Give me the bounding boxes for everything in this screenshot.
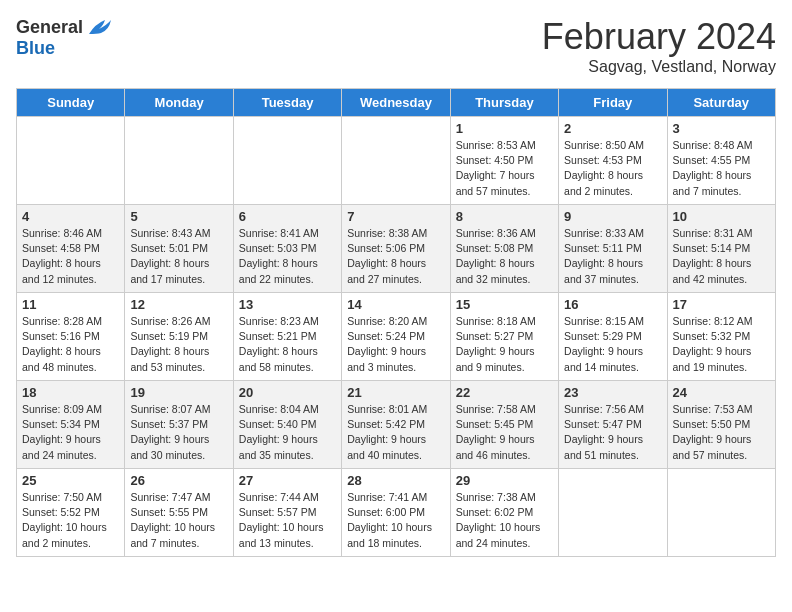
calendar-cell bbox=[17, 117, 125, 205]
day-info-line: Daylight: 8 hours and 37 minutes. bbox=[564, 257, 643, 284]
day-info-line: Daylight: 8 hours and 17 minutes. bbox=[130, 257, 209, 284]
day-info: Sunrise: 8:15 AMSunset: 5:29 PMDaylight:… bbox=[564, 314, 661, 375]
day-info: Sunrise: 8:31 AMSunset: 5:14 PMDaylight:… bbox=[673, 226, 770, 287]
day-info-line: Sunrise: 8:28 AM bbox=[22, 315, 102, 327]
day-info: Sunrise: 7:47 AMSunset: 5:55 PMDaylight:… bbox=[130, 490, 227, 551]
day-info-line: Daylight: 8 hours and 27 minutes. bbox=[347, 257, 426, 284]
day-info-line: Sunset: 5:47 PM bbox=[564, 418, 642, 430]
calendar-cell bbox=[559, 469, 667, 557]
day-info-line: Sunset: 6:02 PM bbox=[456, 506, 534, 518]
week-row-1: 1Sunrise: 8:53 AMSunset: 4:50 PMDaylight… bbox=[17, 117, 776, 205]
calendar-cell: 8Sunrise: 8:36 AMSunset: 5:08 PMDaylight… bbox=[450, 205, 558, 293]
day-info-line: Sunrise: 7:41 AM bbox=[347, 491, 427, 503]
calendar-cell: 9Sunrise: 8:33 AMSunset: 5:11 PMDaylight… bbox=[559, 205, 667, 293]
day-info-line: Sunset: 5:32 PM bbox=[673, 330, 751, 342]
calendar-cell: 6Sunrise: 8:41 AMSunset: 5:03 PMDaylight… bbox=[233, 205, 341, 293]
day-info-line: Daylight: 9 hours and 46 minutes. bbox=[456, 433, 535, 460]
day-info-line: Sunset: 5:34 PM bbox=[22, 418, 100, 430]
day-number: 11 bbox=[22, 297, 119, 312]
day-number: 25 bbox=[22, 473, 119, 488]
day-info-line: Sunrise: 8:48 AM bbox=[673, 139, 753, 151]
day-number: 9 bbox=[564, 209, 661, 224]
calendar-cell: 25Sunrise: 7:50 AMSunset: 5:52 PMDayligh… bbox=[17, 469, 125, 557]
day-info: Sunrise: 7:50 AMSunset: 5:52 PMDaylight:… bbox=[22, 490, 119, 551]
calendar-cell: 2Sunrise: 8:50 AMSunset: 4:53 PMDaylight… bbox=[559, 117, 667, 205]
day-info-line: Sunrise: 8:01 AM bbox=[347, 403, 427, 415]
day-info-line: Sunrise: 8:31 AM bbox=[673, 227, 753, 239]
day-info-line: Sunset: 5:14 PM bbox=[673, 242, 751, 254]
calendar-cell bbox=[233, 117, 341, 205]
day-info-line: Sunrise: 7:38 AM bbox=[456, 491, 536, 503]
day-info-line: Daylight: 8 hours and 42 minutes. bbox=[673, 257, 752, 284]
day-info: Sunrise: 8:38 AMSunset: 5:06 PMDaylight:… bbox=[347, 226, 444, 287]
day-number: 21 bbox=[347, 385, 444, 400]
day-info-line: Sunset: 5:57 PM bbox=[239, 506, 317, 518]
header: General Blue February 2024 Sagvag, Vestl… bbox=[16, 16, 776, 76]
day-number: 8 bbox=[456, 209, 553, 224]
day-info-line: Daylight: 9 hours and 19 minutes. bbox=[673, 345, 752, 372]
day-info-line: Daylight: 10 hours and 2 minutes. bbox=[22, 521, 107, 548]
day-number: 28 bbox=[347, 473, 444, 488]
calendar-cell: 1Sunrise: 8:53 AMSunset: 4:50 PMDaylight… bbox=[450, 117, 558, 205]
day-info-line: Sunrise: 8:50 AM bbox=[564, 139, 644, 151]
calendar-cell: 3Sunrise: 8:48 AMSunset: 4:55 PMDaylight… bbox=[667, 117, 775, 205]
day-info-line: Daylight: 9 hours and 40 minutes. bbox=[347, 433, 426, 460]
week-row-5: 25Sunrise: 7:50 AMSunset: 5:52 PMDayligh… bbox=[17, 469, 776, 557]
day-info-line: Sunset: 6:00 PM bbox=[347, 506, 425, 518]
day-number: 13 bbox=[239, 297, 336, 312]
day-info-line: Sunrise: 8:15 AM bbox=[564, 315, 644, 327]
day-info-line: Sunset: 5:06 PM bbox=[347, 242, 425, 254]
day-info-line: Sunrise: 7:50 AM bbox=[22, 491, 102, 503]
day-info-line: Sunrise: 8:43 AM bbox=[130, 227, 210, 239]
day-number: 10 bbox=[673, 209, 770, 224]
day-info-line: Sunrise: 8:33 AM bbox=[564, 227, 644, 239]
day-info-line: Sunrise: 8:09 AM bbox=[22, 403, 102, 415]
day-info-line: Daylight: 8 hours and 2 minutes. bbox=[564, 169, 643, 196]
day-info: Sunrise: 8:23 AMSunset: 5:21 PMDaylight:… bbox=[239, 314, 336, 375]
calendar-cell: 29Sunrise: 7:38 AMSunset: 6:02 PMDayligh… bbox=[450, 469, 558, 557]
day-info-line: Daylight: 7 hours and 57 minutes. bbox=[456, 169, 535, 196]
day-info: Sunrise: 8:41 AMSunset: 5:03 PMDaylight:… bbox=[239, 226, 336, 287]
header-day-saturday: Saturday bbox=[667, 89, 775, 117]
day-info-line: Sunset: 5:21 PM bbox=[239, 330, 317, 342]
logo-general: General bbox=[16, 17, 83, 38]
day-info-line: Sunset: 5:52 PM bbox=[22, 506, 100, 518]
day-info-line: Sunset: 5:27 PM bbox=[456, 330, 534, 342]
day-info: Sunrise: 7:56 AMSunset: 5:47 PMDaylight:… bbox=[564, 402, 661, 463]
day-info-line: Sunrise: 8:07 AM bbox=[130, 403, 210, 415]
day-info-line: Sunrise: 8:36 AM bbox=[456, 227, 536, 239]
calendar-cell: 5Sunrise: 8:43 AMSunset: 5:01 PMDaylight… bbox=[125, 205, 233, 293]
day-info: Sunrise: 8:12 AMSunset: 5:32 PMDaylight:… bbox=[673, 314, 770, 375]
day-info: Sunrise: 8:09 AMSunset: 5:34 PMDaylight:… bbox=[22, 402, 119, 463]
day-info-line: Daylight: 8 hours and 12 minutes. bbox=[22, 257, 101, 284]
day-info: Sunrise: 8:43 AMSunset: 5:01 PMDaylight:… bbox=[130, 226, 227, 287]
day-info-line: Sunrise: 8:26 AM bbox=[130, 315, 210, 327]
calendar-cell: 7Sunrise: 8:38 AMSunset: 5:06 PMDaylight… bbox=[342, 205, 450, 293]
day-info-line: Sunset: 5:11 PM bbox=[564, 242, 642, 254]
day-number: 12 bbox=[130, 297, 227, 312]
header-day-thursday: Thursday bbox=[450, 89, 558, 117]
calendar-cell: 18Sunrise: 8:09 AMSunset: 5:34 PMDayligh… bbox=[17, 381, 125, 469]
title-area: February 2024 Sagvag, Vestland, Norway bbox=[542, 16, 776, 76]
day-info: Sunrise: 7:58 AMSunset: 5:45 PMDaylight:… bbox=[456, 402, 553, 463]
day-info-line: Sunrise: 8:20 AM bbox=[347, 315, 427, 327]
week-row-3: 11Sunrise: 8:28 AMSunset: 5:16 PMDayligh… bbox=[17, 293, 776, 381]
day-info-line: Sunset: 5:19 PM bbox=[130, 330, 208, 342]
day-info-line: Sunset: 5:45 PM bbox=[456, 418, 534, 430]
day-number: 4 bbox=[22, 209, 119, 224]
calendar-cell: 16Sunrise: 8:15 AMSunset: 5:29 PMDayligh… bbox=[559, 293, 667, 381]
calendar-header: SundayMondayTuesdayWednesdayThursdayFrid… bbox=[17, 89, 776, 117]
day-info-line: Sunrise: 8:38 AM bbox=[347, 227, 427, 239]
day-info-line: Sunrise: 7:56 AM bbox=[564, 403, 644, 415]
day-info-line: Daylight: 9 hours and 3 minutes. bbox=[347, 345, 426, 372]
day-number: 1 bbox=[456, 121, 553, 136]
calendar-cell: 27Sunrise: 7:44 AMSunset: 5:57 PMDayligh… bbox=[233, 469, 341, 557]
day-info-line: Daylight: 9 hours and 30 minutes. bbox=[130, 433, 209, 460]
calendar-cell: 14Sunrise: 8:20 AMSunset: 5:24 PMDayligh… bbox=[342, 293, 450, 381]
header-day-wednesday: Wednesday bbox=[342, 89, 450, 117]
day-number: 14 bbox=[347, 297, 444, 312]
day-info-line: Daylight: 9 hours and 24 minutes. bbox=[22, 433, 101, 460]
day-info-line: Daylight: 9 hours and 51 minutes. bbox=[564, 433, 643, 460]
week-row-2: 4Sunrise: 8:46 AMSunset: 4:58 PMDaylight… bbox=[17, 205, 776, 293]
day-number: 16 bbox=[564, 297, 661, 312]
